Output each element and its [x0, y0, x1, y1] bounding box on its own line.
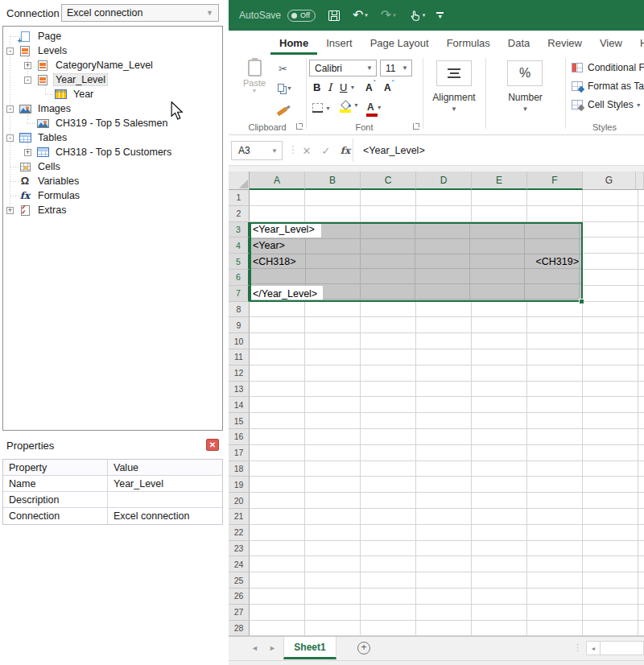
tree-item-year[interactable]: Year: [3, 87, 222, 101]
cell-a5[interactable]: <CH318>: [253, 254, 296, 269]
format-as-table-button[interactable]: Format as Table▼: [572, 80, 644, 93]
tree-expander-minus-icon[interactable]: -: [24, 76, 31, 84]
column-header-partial[interactable]: [636, 171, 644, 190]
tree-item-page[interactable]: +Page: [3, 29, 222, 43]
previous-sheet-arrow-icon[interactable]: ◄: [251, 644, 258, 652]
chevron-down-icon[interactable]: ▼: [423, 105, 485, 113]
undo-button[interactable]: ↶▾: [353, 9, 368, 22]
copy-button[interactable]: ▼: [278, 84, 292, 92]
fill-handle[interactable]: [579, 299, 584, 304]
redo-button[interactable]: ↷▾: [381, 9, 396, 22]
row-header-28[interactable]: 28: [229, 621, 250, 637]
row-header-19[interactable]: 19: [229, 477, 250, 493]
tree-item-tables[interactable]: -Tables: [3, 130, 222, 145]
alignment-button[interactable]: [436, 60, 472, 86]
bold-button[interactable]: B: [313, 81, 320, 93]
row-header-5[interactable]: 5: [229, 254, 250, 270]
tree-item-categoryname-level[interactable]: +CategoryName_Level: [3, 58, 222, 72]
row-header-8[interactable]: 8: [229, 302, 250, 318]
row-header-26[interactable]: 26: [229, 589, 250, 605]
cell-f5[interactable]: <CH319>: [529, 254, 579, 269]
new-sheet-button[interactable]: +: [357, 642, 370, 655]
column-header-c[interactable]: C: [361, 171, 416, 190]
ribbon-tab-review[interactable]: Review: [539, 31, 591, 55]
row-header-9[interactable]: 9: [229, 317, 250, 333]
ribbon-tab-help[interactable]: Help: [631, 31, 644, 55]
tree-expander-minus-icon[interactable]: -: [6, 105, 14, 113]
fill-color-button[interactable]: ▼: [340, 101, 359, 109]
tree-item-year-level[interactable]: -Year_Level: [3, 72, 222, 87]
number-format-button[interactable]: %: [507, 60, 543, 86]
row-header-25[interactable]: 25: [229, 572, 250, 589]
row-header-10[interactable]: 10: [229, 333, 250, 349]
font-name-combo[interactable]: Calibri ▼: [309, 60, 377, 76]
underline-button[interactable]: U▼: [340, 81, 355, 93]
next-sheet-arrow-icon[interactable]: ►: [269, 644, 276, 652]
connection-tree[interactable]: +Page-Levels+CategoryName_Level-Year_Lev…: [2, 26, 223, 431]
ribbon-tab-view[interactable]: View: [591, 31, 631, 55]
clipboard-dialog-launcher[interactable]: [296, 123, 303, 130]
tree-expander-minus-icon[interactable]: -: [6, 48, 14, 55]
tree-item-formulas[interactable]: fxFormulas: [3, 188, 222, 203]
row-header-18[interactable]: 18: [229, 461, 250, 477]
row-header-2[interactable]: 2: [229, 206, 250, 222]
row-header-13[interactable]: 13: [229, 382, 250, 398]
tree-expander-plus-icon[interactable]: +: [6, 207, 14, 214]
properties-close-button[interactable]: ✕: [206, 439, 219, 451]
paste-button[interactable]: Paste ▼: [235, 60, 274, 93]
row-header-24[interactable]: 24: [229, 556, 250, 572]
connection-dropdown[interactable]: Excel connection ▼: [61, 4, 219, 22]
sheet-tab-sheet1[interactable]: Sheet1: [283, 637, 336, 659]
ribbon-tab-data[interactable]: Data: [499, 31, 539, 55]
tree-item-ch319-top-5-salesmen[interactable]: CH319 - Top 5 Salesmen: [3, 116, 222, 130]
row-header-20[interactable]: 20: [229, 493, 250, 509]
cancel-entry-button[interactable]: ✕: [298, 141, 316, 160]
row-header-14[interactable]: 14: [229, 397, 250, 413]
property-row-connection[interactable]: ConnectionExcel connection: [3, 508, 222, 524]
row-header-7[interactable]: 7: [229, 286, 250, 302]
row-header-12[interactable]: 12: [229, 366, 250, 382]
tree-expander-plus-icon[interactable]: +: [24, 62, 31, 69]
horizontal-scrollbar-left-arrow[interactable]: ◄: [586, 641, 601, 655]
chevron-down-icon[interactable]: ▾: [393, 12, 396, 19]
row-header-11[interactable]: 11: [229, 349, 250, 366]
chevron-down-icon[interactable]: ▾: [423, 12, 426, 19]
horizontal-scrollbar-track[interactable]: [601, 641, 644, 655]
column-header-f[interactable]: F: [527, 171, 583, 190]
tree-item-ch318-top-5-customers[interactable]: +CH318 - Top 5 Customers: [3, 145, 222, 159]
row-header-17[interactable]: 17: [229, 445, 250, 461]
touch-mouse-mode-button[interactable]: ▾: [409, 10, 426, 22]
ribbon-tab-formulas[interactable]: Formulas: [438, 31, 499, 55]
italic-button[interactable]: I: [328, 81, 332, 93]
tree-item-cells[interactable]: Cells: [3, 159, 222, 174]
font-dialog-launcher[interactable]: [413, 123, 419, 130]
font-size-combo[interactable]: 11 ▼: [380, 60, 412, 76]
cell-a4[interactable]: <Year>: [253, 238, 285, 253]
row-header-16[interactable]: 16: [229, 429, 250, 445]
row-header-4[interactable]: 4: [229, 238, 250, 254]
autosave-toggle[interactable]: Off: [287, 10, 316, 22]
tree-item-variables[interactable]: ΩVariables: [3, 174, 222, 188]
customize-quick-access-toolbar-button[interactable]: ▼: [436, 12, 444, 19]
tree-item-images[interactable]: -Images: [3, 101, 222, 116]
ribbon-tab-insert[interactable]: Insert: [317, 31, 361, 55]
name-box[interactable]: A3 ▼: [231, 141, 283, 160]
format-painter-button[interactable]: [277, 105, 287, 116]
tree-expander-plus-icon[interactable]: +: [24, 149, 31, 156]
column-header-d[interactable]: D: [416, 171, 472, 190]
chevron-down-icon[interactable]: ▾: [365, 12, 368, 19]
conditional-formatting-button[interactable]: Conditional Formatting: [572, 61, 644, 74]
row-header-1[interactable]: 1: [229, 190, 250, 206]
insert-function-button[interactable]: fx: [336, 141, 354, 160]
ribbon-tab-home[interactable]: Home: [270, 31, 317, 55]
font-color-button[interactable]: A▼: [367, 101, 382, 113]
borders-button[interactable]: ▼: [312, 103, 331, 113]
row-header-15[interactable]: 15: [229, 413, 250, 429]
cell-a3[interactable]: <Year_Level>: [253, 222, 315, 237]
row-header-27[interactable]: 27: [229, 605, 250, 621]
cut-button[interactable]: ✂: [279, 63, 287, 75]
column-header-e[interactable]: E: [472, 171, 527, 190]
column-header-g[interactable]: G: [583, 171, 636, 190]
column-header-b[interactable]: B: [305, 171, 361, 190]
formula-input[interactable]: <Year_Level>: [353, 138, 644, 162]
